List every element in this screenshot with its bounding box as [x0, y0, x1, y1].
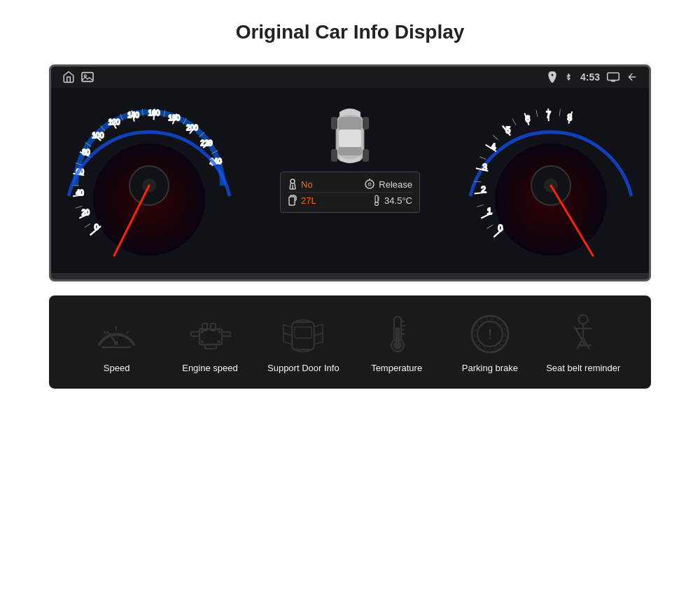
svg-rect-55	[363, 149, 369, 162]
svg-rect-113	[222, 332, 230, 336]
svg-point-115	[218, 331, 220, 333]
svg-point-116	[201, 340, 204, 343]
svg-text:80: 80	[83, 148, 91, 156]
rpm-gauge-svg: 0 1 2 3 4	[453, 88, 649, 273]
svg-rect-120	[295, 327, 312, 338]
speedometer-gauge: 0 20 40 60 80	[51, 88, 247, 273]
seatbelt-icon	[559, 313, 608, 355]
svg-text:40: 40	[76, 189, 84, 197]
page-title: Original Car Info Display	[236, 21, 465, 43]
svg-point-133	[578, 315, 587, 324]
svg-text:100: 100	[92, 132, 104, 139]
temperature-icon	[372, 313, 421, 355]
svg-rect-52	[331, 117, 337, 130]
temperature-info: 34.5°C	[372, 195, 412, 206]
engine-icon	[186, 313, 234, 355]
svg-line-92	[474, 181, 481, 182]
svg-text:220: 220	[201, 139, 213, 147]
top-bar-right: 4:53	[548, 71, 638, 83]
door-icon	[279, 313, 328, 355]
rpm-gauge: 0 1 2 3 4	[453, 88, 649, 273]
seatbelt-info: No	[288, 179, 313, 190]
brake-info-icon	[364, 179, 375, 190]
svg-rect-53	[363, 117, 369, 130]
feature-seatbelt: Seat belt reminder	[541, 313, 625, 375]
speedometer-icon	[92, 313, 141, 355]
seatbelt-status: No	[301, 179, 313, 190]
svg-text:120: 120	[108, 118, 120, 126]
svg-text:180: 180	[168, 114, 180, 122]
feature-parking-brake: ! Parking brake	[448, 313, 532, 375]
engine-speed-label: Engine speed	[182, 362, 238, 375]
car-top-view	[326, 102, 374, 172]
svg-rect-50	[339, 130, 361, 147]
svg-point-128	[393, 341, 402, 349]
image-icon	[80, 71, 94, 83]
svg-point-107	[114, 341, 118, 345]
svg-text:140: 140	[127, 111, 139, 119]
top-bar-left	[62, 71, 94, 83]
svg-point-56	[290, 179, 295, 183]
svg-text:2: 2	[481, 185, 486, 195]
svg-text:160: 160	[148, 109, 160, 117]
feature-engine: Engine speed	[168, 313, 252, 375]
svg-rect-49	[338, 117, 362, 131]
svg-point-59	[368, 183, 371, 186]
features-section: Speed	[49, 296, 651, 389]
svg-text:5: 5	[506, 125, 511, 135]
svg-text:0: 0	[94, 223, 99, 231]
fuel-temp-row: 27L 34.5°C	[288, 193, 412, 208]
fuel-info: 27L	[288, 195, 316, 206]
svg-rect-54	[331, 149, 337, 162]
svg-line-102	[104, 331, 106, 333]
svg-rect-0	[82, 73, 93, 82]
temperature-label: Temperature	[371, 362, 422, 375]
svg-text:20: 20	[82, 209, 90, 216]
home-icon	[62, 71, 75, 83]
feature-temperature: Temperature	[355, 313, 439, 375]
svg-rect-127	[396, 327, 400, 341]
dashboard-container: 4:53	[49, 64, 651, 281]
feature-speed: Speed	[75, 313, 159, 375]
brake-status: Release	[379, 179, 412, 190]
car-info-panel: No Release	[280, 172, 420, 213]
temp-icon-small	[372, 195, 381, 206]
svg-point-58	[365, 180, 374, 188]
time-display: 4:53	[580, 71, 600, 83]
seatbelt-info-icon	[288, 179, 298, 190]
svg-point-117	[218, 340, 220, 343]
location-icon	[548, 71, 556, 83]
dashboard-main: 0 20 40 60 80	[51, 88, 649, 273]
svg-text:7: 7	[546, 110, 551, 120]
svg-rect-51	[338, 147, 362, 155]
svg-text:0: 0	[498, 223, 503, 233]
center-info: No Release	[247, 88, 453, 273]
seatbelt-reminder-label: Seat belt reminder	[546, 362, 620, 375]
parking-brake-icon: !	[465, 313, 514, 355]
svg-text:200: 200	[186, 124, 198, 132]
bluetooth-icon	[564, 72, 573, 82]
back-icon	[626, 71, 638, 83]
svg-rect-119	[293, 322, 315, 349]
svg-rect-65	[375, 195, 378, 202]
svg-text:8: 8	[567, 113, 572, 123]
svg-point-2	[551, 74, 553, 76]
svg-text:1: 1	[487, 207, 492, 216]
top-bar: 4:53	[51, 67, 649, 88]
svg-rect-112	[191, 332, 200, 336]
svg-rect-3	[608, 73, 620, 81]
svg-text:6: 6	[525, 114, 530, 124]
temperature-value: 34.5°C	[384, 195, 412, 206]
parking-brake-label: Parking brake	[462, 362, 518, 375]
brake-info: Release	[364, 179, 412, 190]
speed-gauge-svg: 0 20 40 60 80	[51, 88, 247, 273]
svg-text:!: !	[488, 326, 493, 342]
fuel-icon-small	[288, 195, 298, 206]
svg-line-103	[126, 331, 129, 333]
door-info-label: Support Door Info	[267, 362, 340, 375]
svg-text:4: 4	[491, 142, 496, 152]
svg-rect-61	[289, 197, 295, 205]
fuel-level: 27L	[301, 195, 316, 206]
page-wrapper: Original Car Info Display	[0, 0, 700, 591]
speed-label: Speed	[104, 362, 130, 375]
